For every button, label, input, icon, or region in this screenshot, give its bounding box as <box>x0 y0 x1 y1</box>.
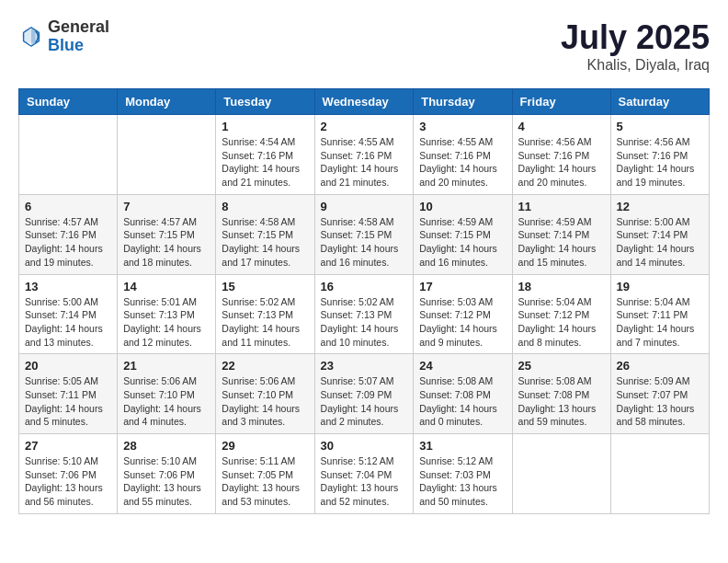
cell-content: Sunrise: 5:02 AM Sunset: 7:13 PM Dayligh… <box>321 295 408 350</box>
calendar-cell: 17Sunrise: 5:03 AM Sunset: 7:12 PM Dayli… <box>414 274 512 354</box>
calendar-cell: 24Sunrise: 5:08 AM Sunset: 7:08 PM Dayli… <box>414 354 512 434</box>
calendar-cell: 1Sunrise: 4:54 AM Sunset: 7:16 PM Daylig… <box>216 115 314 195</box>
calendar-cell <box>512 434 610 514</box>
calendar-cell <box>118 115 216 195</box>
cell-content: Sunrise: 4:55 AM Sunset: 7:16 PM Dayligh… <box>321 135 408 190</box>
logo-blue: Blue <box>48 37 109 55</box>
calendar-cell: 22Sunrise: 5:06 AM Sunset: 7:10 PM Dayli… <box>216 354 314 434</box>
header-day: Monday <box>118 89 216 115</box>
day-number: 22 <box>222 359 308 373</box>
calendar-cell: 28Sunrise: 5:10 AM Sunset: 7:06 PM Dayli… <box>118 434 216 514</box>
day-number: 17 <box>419 280 506 293</box>
cell-content: Sunrise: 5:06 AM Sunset: 7:10 PM Dayligh… <box>222 374 308 429</box>
day-number: 8 <box>222 200 308 213</box>
day-number: 11 <box>518 200 605 213</box>
calendar-cell: 20Sunrise: 5:05 AM Sunset: 7:11 PM Dayli… <box>19 354 118 434</box>
calendar-cell: 26Sunrise: 5:09 AM Sunset: 7:07 PM Dayli… <box>610 354 709 434</box>
page-header: General Blue July 2025 Khalis, Diyala, I… <box>18 18 710 74</box>
cell-content: Sunrise: 4:58 AM Sunset: 7:15 PM Dayligh… <box>321 215 408 270</box>
calendar-cell: 19Sunrise: 5:04 AM Sunset: 7:11 PM Dayli… <box>610 274 709 354</box>
calendar-cell: 2Sunrise: 4:55 AM Sunset: 7:16 PM Daylig… <box>314 115 414 195</box>
cell-content: Sunrise: 4:57 AM Sunset: 7:16 PM Dayligh… <box>25 215 111 270</box>
day-number: 1 <box>222 120 308 133</box>
calendar-cell: 18Sunrise: 5:04 AM Sunset: 7:12 PM Dayli… <box>512 274 610 354</box>
day-number: 5 <box>617 120 703 133</box>
cell-content: Sunrise: 5:11 AM Sunset: 7:05 PM Dayligh… <box>222 454 308 509</box>
header-day: Friday <box>512 89 610 115</box>
header-day: Thursday <box>414 89 512 115</box>
day-number: 12 <box>617 200 703 213</box>
cell-content: Sunrise: 4:58 AM Sunset: 7:15 PM Dayligh… <box>222 215 308 270</box>
calendar-cell: 16Sunrise: 5:02 AM Sunset: 7:13 PM Dayli… <box>314 274 414 354</box>
day-number: 18 <box>518 280 605 293</box>
cell-content: Sunrise: 5:00 AM Sunset: 7:14 PM Dayligh… <box>617 215 703 270</box>
logo-icon <box>18 24 44 50</box>
cell-content: Sunrise: 5:03 AM Sunset: 7:12 PM Dayligh… <box>419 295 506 350</box>
day-number: 25 <box>518 359 605 373</box>
calendar-cell: 14Sunrise: 5:01 AM Sunset: 7:13 PM Dayli… <box>118 274 216 354</box>
calendar-cell: 10Sunrise: 4:59 AM Sunset: 7:15 PM Dayli… <box>414 194 512 274</box>
day-number: 3 <box>419 120 506 133</box>
cell-content: Sunrise: 5:01 AM Sunset: 7:13 PM Dayligh… <box>123 295 210 350</box>
day-number: 2 <box>321 120 408 133</box>
cell-content: Sunrise: 5:02 AM Sunset: 7:13 PM Dayligh… <box>222 295 308 350</box>
cell-content: Sunrise: 4:55 AM Sunset: 7:16 PM Dayligh… <box>419 135 506 190</box>
calendar-cell: 23Sunrise: 5:07 AM Sunset: 7:09 PM Dayli… <box>314 354 414 434</box>
title-block: July 2025 Khalis, Diyala, Iraq <box>561 18 710 74</box>
day-number: 19 <box>617 280 703 293</box>
title-location: Khalis, Diyala, Iraq <box>561 57 710 74</box>
logo-general: General <box>48 18 109 37</box>
calendar-table: SundayMondayTuesdayWednesdayThursdayFrid… <box>18 88 710 514</box>
calendar-cell: 30Sunrise: 5:12 AM Sunset: 7:04 PM Dayli… <box>314 434 414 514</box>
header-day: Saturday <box>610 89 709 115</box>
day-number: 15 <box>222 280 308 293</box>
day-number: 23 <box>321 359 408 373</box>
calendar-cell: 8Sunrise: 4:58 AM Sunset: 7:15 PM Daylig… <box>216 194 314 274</box>
calendar-cell: 13Sunrise: 5:00 AM Sunset: 7:14 PM Dayli… <box>19 274 118 354</box>
calendar-cell <box>610 434 709 514</box>
day-number: 27 <box>25 439 111 453</box>
day-number: 14 <box>123 280 210 293</box>
header-day: Tuesday <box>216 89 314 115</box>
cell-content: Sunrise: 4:54 AM Sunset: 7:16 PM Dayligh… <box>222 135 308 190</box>
calendar-week-row: 27Sunrise: 5:10 AM Sunset: 7:06 PM Dayli… <box>19 434 710 514</box>
calendar-cell: 31Sunrise: 5:12 AM Sunset: 7:03 PM Dayli… <box>414 434 512 514</box>
cell-content: Sunrise: 4:59 AM Sunset: 7:15 PM Dayligh… <box>419 215 506 270</box>
cell-content: Sunrise: 5:04 AM Sunset: 7:11 PM Dayligh… <box>617 295 703 350</box>
cell-content: Sunrise: 4:57 AM Sunset: 7:15 PM Dayligh… <box>123 215 210 270</box>
calendar-cell: 9Sunrise: 4:58 AM Sunset: 7:15 PM Daylig… <box>314 194 414 274</box>
day-number: 13 <box>25 280 111 293</box>
cell-content: Sunrise: 5:06 AM Sunset: 7:10 PM Dayligh… <box>123 374 210 429</box>
logo: General Blue <box>18 18 109 55</box>
calendar-cell: 4Sunrise: 4:56 AM Sunset: 7:16 PM Daylig… <box>512 115 610 195</box>
cell-content: Sunrise: 5:10 AM Sunset: 7:06 PM Dayligh… <box>25 454 111 509</box>
calendar-cell: 27Sunrise: 5:10 AM Sunset: 7:06 PM Dayli… <box>19 434 118 514</box>
day-number: 9 <box>321 200 408 213</box>
cell-content: Sunrise: 4:56 AM Sunset: 7:16 PM Dayligh… <box>518 135 605 190</box>
calendar-cell: 6Sunrise: 4:57 AM Sunset: 7:16 PM Daylig… <box>19 194 118 274</box>
calendar-cell: 3Sunrise: 4:55 AM Sunset: 7:16 PM Daylig… <box>414 115 512 195</box>
day-number: 6 <box>25 200 111 213</box>
day-number: 24 <box>419 359 506 373</box>
logo-text: General Blue <box>48 18 109 55</box>
day-number: 31 <box>419 439 506 453</box>
calendar-cell: 25Sunrise: 5:08 AM Sunset: 7:08 PM Dayli… <box>512 354 610 434</box>
calendar-cell: 21Sunrise: 5:06 AM Sunset: 7:10 PM Dayli… <box>118 354 216 434</box>
calendar-week-row: 13Sunrise: 5:00 AM Sunset: 7:14 PM Dayli… <box>19 274 710 354</box>
cell-content: Sunrise: 4:59 AM Sunset: 7:14 PM Dayligh… <box>518 215 605 270</box>
day-number: 26 <box>617 359 703 373</box>
calendar-cell: 29Sunrise: 5:11 AM Sunset: 7:05 PM Dayli… <box>216 434 314 514</box>
cell-content: Sunrise: 5:00 AM Sunset: 7:14 PM Dayligh… <box>25 295 111 350</box>
day-number: 16 <box>321 280 408 293</box>
calendar-cell: 11Sunrise: 4:59 AM Sunset: 7:14 PM Dayli… <box>512 194 610 274</box>
calendar-cell: 15Sunrise: 5:02 AM Sunset: 7:13 PM Dayli… <box>216 274 314 354</box>
cell-content: Sunrise: 5:08 AM Sunset: 7:08 PM Dayligh… <box>419 374 506 429</box>
cell-content: Sunrise: 5:04 AM Sunset: 7:12 PM Dayligh… <box>518 295 605 350</box>
calendar-cell: 7Sunrise: 4:57 AM Sunset: 7:15 PM Daylig… <box>118 194 216 274</box>
cell-content: Sunrise: 5:05 AM Sunset: 7:11 PM Dayligh… <box>25 374 111 429</box>
calendar-week-row: 20Sunrise: 5:05 AM Sunset: 7:11 PM Dayli… <box>19 354 710 434</box>
day-number: 28 <box>123 439 210 453</box>
day-number: 20 <box>25 359 111 373</box>
title-month: July 2025 <box>561 18 710 57</box>
day-number: 29 <box>222 439 308 453</box>
